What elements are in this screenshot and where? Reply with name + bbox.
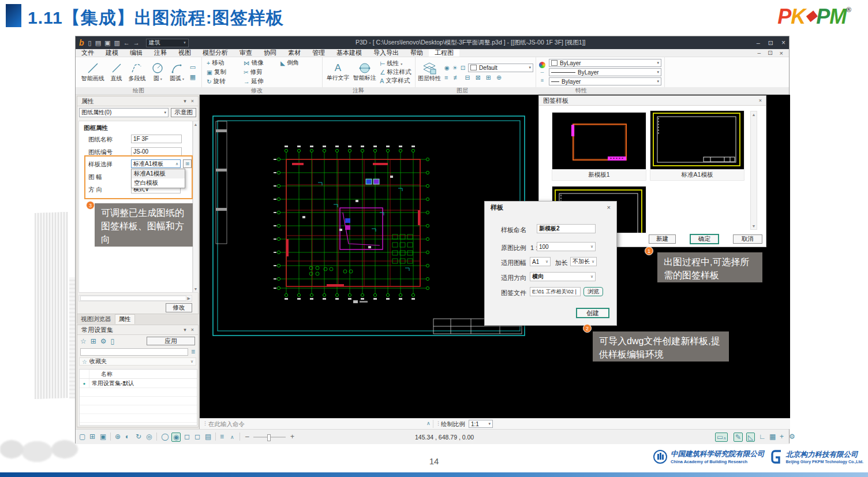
template-card-new1[interactable]: 新模板1 (552, 112, 646, 181)
modify-button[interactable]: 修改 (166, 303, 192, 312)
layer-isolate-icon[interactable]: ≡ (444, 74, 448, 81)
zoom-extents-icon[interactable]: ⊕ (115, 433, 121, 441)
sheet-name-input[interactable]: 1F 3F (131, 135, 182, 143)
menu-review[interactable]: 审查 (234, 49, 258, 57)
panel-close-icon[interactable]: × (191, 327, 194, 333)
tpl-size-combo[interactable]: A1 ∨ (530, 257, 551, 266)
menu-manage[interactable]: 管理 (306, 49, 331, 57)
grid-toggle-icon[interactable]: ▦ (769, 433, 776, 441)
dialog-close-icon[interactable]: × (607, 204, 611, 211)
layer-merge-icon[interactable]: ⊞ (486, 74, 491, 81)
dropdown-option-1[interactable]: 标准A1模板 (132, 169, 185, 178)
tpl-scale-combo[interactable]: 100 ∨ (537, 242, 596, 251)
trim-button[interactable]: ✂修剪 (244, 68, 280, 76)
dropdown-option-2[interactable]: 空白模板 (132, 178, 185, 188)
new-view-icon[interactable]: ▢ (79, 433, 85, 441)
menu-basic-model[interactable]: 基本建模 (331, 49, 368, 57)
redo-icon[interactable]: → (133, 39, 140, 46)
color-select[interactable]: ByLayer ▾ (549, 59, 661, 67)
lineweight-select[interactable]: Bylayer ▾ (549, 77, 661, 85)
zoom-slider[interactable] (253, 437, 286, 438)
preview-button[interactable]: 示意图 (171, 108, 196, 117)
draw-scale-select[interactable]: 1:1 ▾ (469, 420, 493, 428)
tile-windows-icon[interactable]: ⊞ (89, 433, 95, 441)
layer-lock-icon[interactable]: ⊡ (461, 65, 465, 71)
browse-button[interactable]: 浏览 (583, 287, 603, 296)
move-button[interactable]: +移动 (207, 59, 244, 67)
menu-import-export[interactable]: 导入导出 (368, 49, 405, 57)
menu-drawing-active[interactable]: 工程图 (429, 49, 459, 57)
single-text-button[interactable]: A 单行文字 (326, 62, 349, 82)
tpl-name-input[interactable]: 新模板2 (537, 224, 596, 233)
dim-style-button[interactable]: ∠标注样式 (380, 68, 411, 76)
favorites-group-header[interactable]: ☆ 收藏夹 ∨ (79, 357, 196, 366)
layer-props-button[interactable]: 图层特性 (418, 62, 441, 83)
line-button[interactable]: 直线 (110, 62, 123, 83)
command-input[interactable]: 在此输入命令 (208, 420, 245, 428)
close-button[interactable]: × (781, 39, 785, 47)
tpl-ext-combo[interactable]: 不加长 ∨ (570, 257, 597, 266)
arc-button[interactable]: 圆弧▾ (170, 62, 184, 83)
smart-dim-button[interactable]: 智能标注 (353, 62, 376, 82)
menu-analysis[interactable]: 模型分析 (197, 49, 234, 57)
extend-button[interactable]: →延伸 (244, 77, 280, 85)
workspace-select[interactable]: 建筑 ▾ (146, 39, 189, 47)
layer-match-icon[interactable]: ⊟ (465, 74, 470, 81)
circle-button[interactable]: 圆▾ (151, 62, 164, 83)
menu-collab[interactable]: 协同 (258, 49, 282, 57)
scroll-up-icon[interactable]: ▲ (752, 113, 756, 117)
rotate-button[interactable]: ↻旋转 (207, 77, 244, 85)
menu-view[interactable]: 视图 (173, 49, 197, 57)
sheet-no-input[interactable]: JS-00 (131, 147, 182, 156)
collapse-icon[interactable]: ∧ (230, 434, 234, 440)
delete-set-icon[interactable]: ▯ (111, 337, 115, 345)
region-tool-icon[interactable]: ▦ (190, 73, 196, 81)
linear-dim-button[interactable]: ⊢线性▾ (380, 59, 411, 68)
layer-off-icon[interactable]: ≢ (453, 74, 459, 81)
settings-gear-icon[interactable]: ⚙ (100, 337, 107, 345)
layer-visible-icon[interactable]: ◉ (444, 65, 450, 71)
layer-select[interactable]: Default ▾ (468, 64, 533, 72)
apply-button[interactable]: 应用 (147, 337, 195, 345)
view-hidden-icon[interactable]: ◻ (184, 433, 190, 441)
menu-model[interactable]: 建模 (100, 49, 124, 57)
tab-properties[interactable]: 属性 (115, 314, 135, 324)
orbit-icon[interactable]: ↻ (136, 433, 141, 441)
layer-walk-icon[interactable]: ⊕ (496, 74, 502, 81)
save-icon[interactable]: ▣ (104, 39, 110, 47)
linetype-select[interactable]: ByLayer ▾ (549, 68, 661, 76)
settings-row-default[interactable]: ◆ 常用设置集-默认 (80, 379, 197, 388)
doc-close-button[interactable]: × (780, 50, 783, 57)
view-wireframe-icon[interactable]: ◯ (161, 433, 169, 441)
list-view-icon[interactable]: ≡ (191, 348, 195, 356)
color-wheel-icon[interactable] (539, 62, 545, 68)
linetype-icon[interactable]: ┄ (541, 70, 544, 76)
mirror-button[interactable]: ⋈镜像 (244, 59, 280, 67)
doc-minimize-button[interactable]: – (758, 50, 761, 57)
panel-close-icon[interactable]: × (191, 98, 194, 104)
menu-annotate[interactable]: 注释 (148, 49, 173, 57)
slope-snap-icon[interactable]: ◺ (746, 433, 755, 442)
view-sketch-icon[interactable]: ▤ (205, 433, 211, 441)
panel-menu-icon[interactable]: ▾ (184, 327, 186, 333)
text-style-button[interactable]: A文字样式 (380, 77, 411, 85)
open-file-icon[interactable]: ▤ (95, 39, 101, 47)
draft-mode-icon[interactable]: ✎ (734, 433, 743, 442)
properties-hscrollbar[interactable]: ▶ (78, 295, 192, 301)
tpl-file-input[interactable]: E:\01 工作相关\02 | (530, 287, 581, 296)
undo-icon[interactable]: ← (124, 39, 130, 46)
doc-restore-button[interactable]: ⊡ (768, 50, 772, 57)
properties-scrollbar[interactable]: ▲ ▼ (193, 121, 199, 293)
template-ok-button[interactable]: 确定 (690, 234, 719, 244)
layer-prev-icon[interactable]: ⊠ (476, 74, 481, 81)
template-panel-scrollbar[interactable]: ▲ ▼ (750, 111, 757, 230)
scroll-down-icon[interactable]: ▼ (752, 224, 756, 228)
zoom-slider-handle[interactable] (267, 434, 271, 441)
smart-line-button[interactable]: 智能画线 (81, 62, 104, 83)
create-button[interactable]: 创建 (576, 308, 609, 318)
minimize-button[interactable]: – (757, 39, 760, 46)
view-shaded-icon[interactable]: ◉ (171, 433, 181, 442)
pan-icon[interactable]: ◐ (125, 433, 129, 441)
template-card-standard-a1[interactable]: 标准A1模板 (650, 110, 744, 181)
template-select-combo[interactable]: 标准A1模板 ∧ (131, 159, 181, 168)
